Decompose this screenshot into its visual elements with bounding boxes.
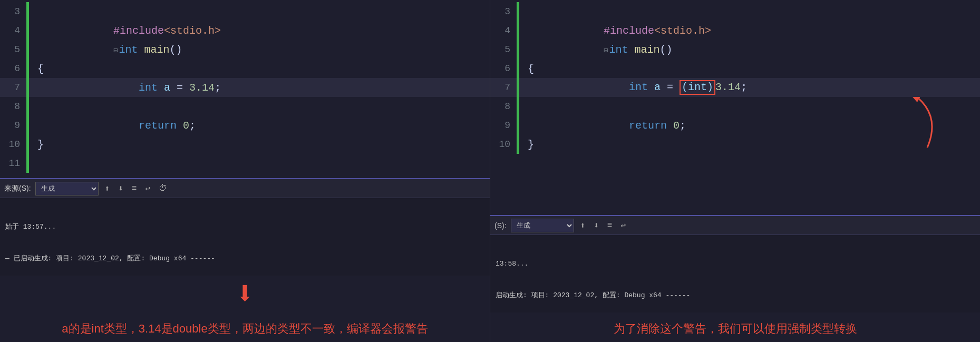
out-line-2: — 已启动生成: 项目: 2023_12_02, 配置: Debug x64 -… xyxy=(5,253,484,265)
out-line-1: 始于 13:57... xyxy=(5,222,484,233)
code-line-11: 11 xyxy=(0,154,490,173)
left-output-toolbar: 来源(S): 生成 ⬆ ⬇ ≡ ↩ ⏱ xyxy=(0,179,490,198)
main-area: 3 4 #include<stdio.h> 5 xyxy=(0,0,980,342)
green-bar-11 xyxy=(26,154,29,173)
right-caption-area: 为了消除这个警告，我们可以使用强制类型转换 xyxy=(490,312,980,342)
line-num-11: 11 xyxy=(0,158,26,169)
r-code-line-5: 5 ⊟int main() xyxy=(490,40,980,59)
int-cast: (int) xyxy=(680,80,715,95)
r-code-line-9: 9 return 0; xyxy=(490,116,980,135)
line-num-6: 6 xyxy=(0,63,26,74)
right-output-content: 13:58... 启动生成: 项目: 2023_12_02, 配置: Debug… xyxy=(490,235,980,312)
r-line-num-4: 4 xyxy=(490,25,517,36)
r-output-label: (S): xyxy=(494,221,507,230)
r-var-a: a xyxy=(654,81,661,93)
int-kw-5: int xyxy=(119,44,138,56)
assign-op: = xyxy=(177,82,189,94)
line-num-8: 8 xyxy=(0,101,26,112)
num-3-14: 3.14 xyxy=(189,82,215,94)
r-num-3-14: 3.14 xyxy=(715,81,741,93)
output-source-select-left[interactable]: 生成 xyxy=(35,182,99,196)
line-num-10: 10 xyxy=(0,139,26,150)
code-line-5: 5 ⊟int main() xyxy=(0,40,490,59)
r-code-line-7: 7 int a = (int)3.14; xyxy=(490,78,980,97)
right-caption: 为了消除这个警告，我们可以使用强制类型转换 xyxy=(490,318,980,342)
r-toolbar-icon-2[interactable]: ⬇ xyxy=(591,219,601,232)
line-num-3: 3 xyxy=(0,6,26,17)
fold-icon-5[interactable]: ⊟ xyxy=(113,46,118,55)
r-line-num-7: 7 xyxy=(490,82,517,93)
r-toolbar-icon-4[interactable]: ↩ xyxy=(618,219,628,232)
int-kw-7: int xyxy=(139,82,158,94)
right-output-toolbar: (S): 生成 ⬆ ⬇ ≡ ↩ xyxy=(490,216,980,235)
ret-val: 0 xyxy=(183,120,189,132)
r-return-kw: return xyxy=(629,120,667,132)
output-label-left: 来源(S): xyxy=(4,184,31,193)
r-out-line-1: 13:58... xyxy=(496,259,975,270)
r-line-content-10: } xyxy=(519,139,980,151)
line-num-5: 5 xyxy=(0,44,26,55)
code-line-7: 7 int a = 3.14; xyxy=(0,78,490,97)
r-fold-icon-5[interactable]: ⊟ xyxy=(604,46,608,55)
left-code-lines: 3 4 #include<stdio.h> 5 xyxy=(0,0,490,173)
line-content-10: } xyxy=(29,139,490,151)
r-toolbar-icon-3[interactable]: ≡ xyxy=(605,220,615,231)
r-out-line-2: 启动生成: 项目: 2023_12_02, 配置: Debug x64 ----… xyxy=(496,290,975,301)
var-a: a xyxy=(164,82,170,94)
r-line-num-9: 9 xyxy=(490,120,517,131)
code-line-9: 9 return 0; xyxy=(0,116,490,135)
r-output-source-select[interactable]: 生成 xyxy=(511,219,574,232)
left-arrow-container: ⬇ xyxy=(0,276,490,318)
toolbar-icon-1[interactable]: ⬆ xyxy=(103,182,112,195)
r-line-num-10: 10 xyxy=(490,139,517,150)
left-caption: a的是int类型，3.14是double类型，两边的类型不一致，编译器会报警告 xyxy=(0,318,490,342)
left-output-panel: 来源(S): 生成 ⬆ ⬇ ≡ ↩ ⏱ 始于 13:57... — 已启动生成:… xyxy=(0,178,490,276)
r-int-kw-7: int xyxy=(629,81,648,93)
r-line-num-5: 5 xyxy=(490,44,517,55)
semi: ; xyxy=(215,82,221,94)
return-kw: return xyxy=(139,120,177,132)
r-int-kw-5: int xyxy=(609,44,628,56)
r-ret-val: 0 xyxy=(673,120,680,132)
main-fn: main xyxy=(144,44,170,56)
r-line-num-6: 6 xyxy=(490,63,517,74)
left-output-content: 始于 13:57... — 已启动生成: 项目: 2023_12_02, 配置:… xyxy=(0,198,490,276)
line-num-9: 9 xyxy=(0,120,26,131)
r-main-fn: main xyxy=(635,44,660,56)
line-num-7: 7 xyxy=(0,82,26,93)
arrow-down-icon: ⬇ xyxy=(235,280,254,311)
r-paren-5: () xyxy=(660,44,673,56)
toolbar-icon-2[interactable]: ⬇ xyxy=(116,182,125,195)
left-panel: 3 4 #include<stdio.h> 5 xyxy=(0,0,490,342)
toolbar-icon-5[interactable]: ⏱ xyxy=(157,182,169,194)
right-output-panel: (S): 生成 ⬆ ⬇ ≡ ↩ 13:58... 启动生成: 项目: 2023_… xyxy=(490,215,980,312)
left-code-area: 3 4 #include<stdio.h> 5 xyxy=(0,0,490,178)
toolbar-icon-4[interactable]: ↩ xyxy=(143,182,152,195)
line-num-4: 4 xyxy=(0,25,26,36)
r-line-num-8: 8 xyxy=(490,101,517,112)
r-line-num-3: 3 xyxy=(490,6,517,17)
paren-5: () xyxy=(170,44,182,56)
right-panel: 3 4 #include<stdio.h> 5 xyxy=(490,0,980,342)
toolbar-icon-3[interactable]: ≡ xyxy=(130,183,139,194)
r-toolbar-icon-1[interactable]: ⬆ xyxy=(578,219,588,232)
r-code-line-10: 10 } xyxy=(490,135,980,154)
right-code-area: 3 4 #include<stdio.h> 5 xyxy=(490,0,980,215)
code-line-10: 10 } xyxy=(0,135,490,154)
right-code-lines: 3 4 #include<stdio.h> 5 xyxy=(490,0,980,154)
